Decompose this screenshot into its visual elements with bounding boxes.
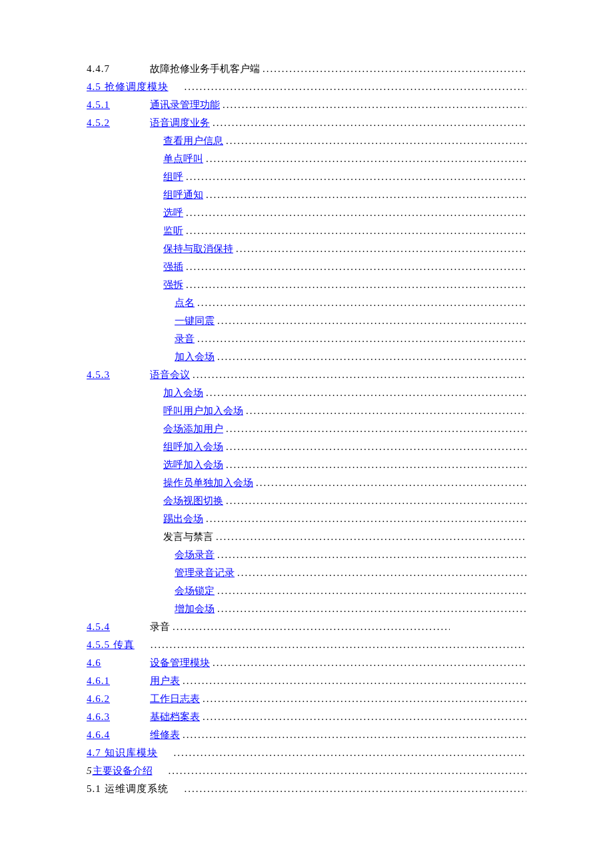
- toc-leader-dots: ........................................…: [215, 348, 526, 366]
- toc-number: 4.4.7: [87, 60, 150, 78]
- toc-entry: 会场添加用户..................................…: [87, 420, 526, 438]
- toc-title[interactable]: 选呼: [163, 204, 183, 222]
- toc-title[interactable]: 录音: [175, 330, 195, 348]
- toc-title[interactable]: 主要设备介绍: [93, 762, 153, 780]
- toc-title[interactable]: 选呼加入会场: [163, 456, 223, 474]
- toc-leader-dots: ........................................…: [235, 564, 526, 582]
- toc-entry: 4.5.1通讯录管理功能............................…: [87, 96, 526, 114]
- toc-title[interactable]: 一键同震: [175, 312, 215, 330]
- toc-title[interactable]: 组呼: [163, 168, 183, 186]
- toc-title[interactable]: 监听: [163, 222, 183, 240]
- toc-entry: 查看用户信息..................................…: [87, 132, 526, 150]
- toc-entry: 4.5.3语音会议...............................…: [87, 366, 526, 384]
- toc-leader-dots: ........................................…: [223, 132, 526, 150]
- toc-title[interactable]: 会场锁定: [175, 582, 215, 600]
- toc-title[interactable]: 会场添加用户: [163, 420, 223, 438]
- toc-title[interactable]: 加入会场: [175, 348, 215, 366]
- toc-number[interactable]: 4.5.1: [87, 96, 150, 114]
- toc-entry: 选呼加入会场..................................…: [87, 456, 526, 474]
- toc-title[interactable]: 保持与取消保持: [163, 240, 233, 258]
- toc-entry: 加入会场....................................…: [87, 348, 526, 366]
- toc-leader-dots: ........................................…: [203, 384, 526, 402]
- toc-leader-dots: ........................................…: [182, 78, 527, 96]
- toc-number[interactable]: 4.6.2: [87, 690, 150, 708]
- toc-leader-dots: ........................................…: [203, 510, 526, 528]
- toc-leader-dots: ........................................…: [183, 168, 526, 186]
- toc-title[interactable]: 踢出会场: [163, 510, 203, 528]
- toc-leader-dots: ........................................…: [190, 366, 526, 384]
- toc-entry: 4.6.3基础档案表..............................…: [87, 708, 526, 726]
- toc-combined[interactable]: 4.5.5 传真: [87, 636, 135, 654]
- toc-entry: 强插......................................…: [87, 258, 526, 276]
- toc-title[interactable]: 用户表: [150, 672, 180, 690]
- toc-leader-dots: ........................................…: [166, 762, 527, 780]
- toc-entry: 4.5.4录音.................................…: [87, 618, 526, 636]
- toc-title[interactable]: 点名: [175, 294, 195, 312]
- toc-title[interactable]: 维修表: [150, 726, 180, 744]
- toc-title[interactable]: 基础档案表: [150, 708, 200, 726]
- toc-entry: 4.6设备管理模块...............................…: [87, 654, 526, 672]
- toc-title[interactable]: 查看用户信息: [163, 132, 223, 150]
- toc-entry: 操作员单独加入会场...............................…: [87, 474, 526, 492]
- toc-entry: 组呼......................................…: [87, 168, 526, 186]
- toc-number[interactable]: 4.6.4: [87, 726, 150, 744]
- toc-title[interactable]: 强拆: [163, 276, 183, 294]
- toc-leader-dots: ........................................…: [203, 186, 526, 204]
- toc-leader-dots: ........................................…: [215, 546, 526, 564]
- toc-leader-dots: ........................................…: [195, 294, 526, 312]
- toc-entry: 5.1 运维调度系统..............................…: [87, 780, 526, 798]
- toc-number[interactable]: 4.5.3: [87, 366, 150, 384]
- toc-title[interactable]: 加入会场: [163, 384, 203, 402]
- toc-number[interactable]: 4.6.1: [87, 672, 150, 690]
- toc-entry: 会场锁定....................................…: [87, 582, 526, 600]
- toc-number[interactable]: 4.5.2: [87, 114, 150, 132]
- toc-title[interactable]: 增加会场: [175, 600, 215, 618]
- toc-title[interactable]: 通讯录管理功能: [150, 96, 220, 114]
- toc-title[interactable]: 呼叫用户加入会场: [163, 402, 243, 420]
- toc-entry: 一键同震....................................…: [87, 312, 526, 330]
- toc-title[interactable]: 操作员单独加入会场: [163, 474, 253, 492]
- toc-entry: 单点呼叫....................................…: [87, 150, 526, 168]
- toc-entry: 4.6.2工作日志表..............................…: [87, 690, 526, 708]
- toc-leader-dots: ........................................…: [215, 600, 526, 618]
- toc-entry: 4.6.1用户表................................…: [87, 672, 526, 690]
- table-of-contents: 4.4.7故障抢修业务手机客户端........................…: [87, 60, 526, 798]
- toc-title[interactable]: 管理录音记录: [175, 564, 235, 582]
- toc-leader-dots: ........................................…: [180, 726, 526, 744]
- toc-number[interactable]: 4.6.3: [87, 708, 150, 726]
- toc-number[interactable]: 4.6: [87, 654, 150, 672]
- toc-title[interactable]: 语音调度业务: [150, 114, 210, 132]
- toc-leader-dots: ........................................…: [210, 654, 526, 672]
- toc-leader-dots: ........................................…: [182, 780, 527, 798]
- toc-title[interactable]: 设备管理模块: [150, 654, 210, 672]
- toc-leader-dots: ........................................…: [243, 402, 526, 420]
- toc-entry: 监听......................................…: [87, 222, 526, 240]
- toc-number[interactable]: 4.5.4: [87, 618, 150, 636]
- toc-title[interactable]: 工作日志表: [150, 690, 200, 708]
- toc-title[interactable]: 组呼通知: [163, 186, 203, 204]
- toc-title[interactable]: 强插: [163, 258, 183, 276]
- toc-entry: 录音......................................…: [87, 330, 526, 348]
- toc-leader-dots: ........................................…: [223, 492, 526, 510]
- toc-combined[interactable]: 4.5 抢修调度模块: [87, 78, 169, 96]
- toc-entry: 4.5.2语音调度业务.............................…: [87, 114, 526, 132]
- toc-entry: 增加会场....................................…: [87, 600, 526, 618]
- toc-entry: 4.5 抢修调度模块..............................…: [87, 78, 526, 96]
- toc-title[interactable]: 语音会议: [150, 366, 190, 384]
- toc-entry: 组呼通知....................................…: [87, 186, 526, 204]
- toc-title[interactable]: 会场录音: [175, 546, 215, 564]
- toc-entry: 会场视图切换..................................…: [87, 492, 526, 510]
- toc-entry: 4.6.4维修表................................…: [87, 726, 526, 744]
- toc-combined[interactable]: 4.7 知识库模块: [87, 744, 158, 762]
- toc-leader-dots: ........................................…: [171, 744, 527, 762]
- toc-entry: 选呼......................................…: [87, 204, 526, 222]
- toc-title[interactable]: 会场视图切换: [163, 492, 223, 510]
- toc-title[interactable]: 组呼加入会场: [163, 438, 223, 456]
- toc-number: 5: [87, 762, 93, 780]
- toc-entry: 发言与禁言...................................…: [87, 528, 526, 546]
- toc-leader-dots: ........................................…: [170, 618, 450, 636]
- toc-entry: 点名......................................…: [87, 294, 526, 312]
- toc-title[interactable]: 单点呼叫: [163, 150, 203, 168]
- toc-combined: 5.1 运维调度系统: [87, 780, 169, 798]
- toc-leader-dots: ........................................…: [180, 672, 526, 690]
